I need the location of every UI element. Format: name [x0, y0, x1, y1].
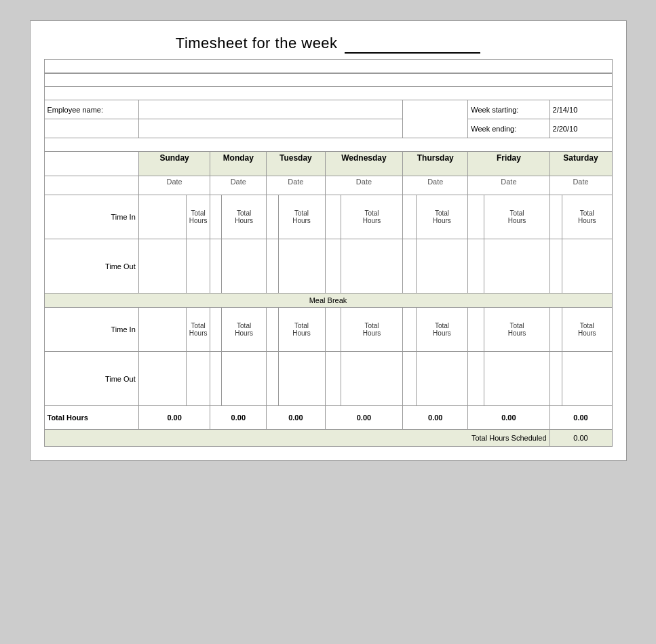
- wednesday-timeout-2[interactable]: [325, 352, 341, 406]
- monday-timein-1[interactable]: [210, 195, 222, 239]
- sunday-date: Date: [138, 176, 210, 195]
- timesheet-page: Timesheet for the week Employee name: We…: [30, 20, 627, 461]
- friday-timein-2[interactable]: [468, 308, 484, 352]
- saturday-date: Date: [549, 176, 612, 195]
- tuesday-total: 0.00: [267, 406, 325, 430]
- total-hours-label: Total Hours: [44, 406, 138, 430]
- sunday-header: Sunday: [138, 152, 210, 176]
- timesheet-table: Employee name: Week starting: 2/14/10 We…: [44, 59, 613, 447]
- wednesday-date: Date: [325, 176, 403, 195]
- employee-blank-row: Week ending: 2/20/10: [44, 119, 612, 138]
- time-in-row-1: Time In TotalHours TotalHours TotalHours…: [44, 195, 612, 239]
- scheduled-label: Total Hours Scheduled: [44, 430, 549, 447]
- wednesday-header: Wednesday: [325, 152, 403, 176]
- tuesday-date: Date: [267, 176, 325, 195]
- blank-row-1: [44, 60, 612, 73]
- employee-value[interactable]: [138, 100, 403, 119]
- time-in-label-2: Time In: [44, 308, 138, 352]
- friday-header: Friday: [468, 152, 549, 176]
- wednesday-totalhours-2: TotalHours: [341, 308, 403, 352]
- monday-date: Date: [210, 176, 267, 195]
- wednesday-timein-1[interactable]: [325, 195, 341, 239]
- saturday-totalhours-1: TotalHours: [562, 195, 612, 239]
- monday-totalhours-2: TotalHours: [222, 308, 267, 352]
- day-headers-row: Sunday Monday Tuesday Wednesday Thursday…: [44, 152, 612, 176]
- title-text: Timesheet for the week: [176, 35, 338, 52]
- friday-timeout-1[interactable]: [468, 239, 484, 294]
- time-out-label-1: Time Out: [44, 239, 138, 294]
- week-ending-label: Week ending:: [468, 119, 549, 138]
- total-hours-row: Total Hours 0.00 0.00 0.00 0.00 0.00 0.0…: [44, 406, 612, 430]
- sunday-total: 0.00: [138, 406, 210, 430]
- blank-row-3: [44, 87, 612, 100]
- thursday-timein-2[interactable]: [403, 308, 416, 352]
- monday-totalhours-1: TotalHours: [222, 195, 267, 239]
- employee-name-row: Employee name: Week starting: 2/14/10: [44, 100, 612, 119]
- saturday-timeout-1[interactable]: [549, 239, 562, 294]
- meal-break-row: Meal Break: [44, 294, 612, 308]
- week-ending-value: 2/20/10: [549, 119, 612, 138]
- friday-totalhours-2: TotalHours: [484, 308, 549, 352]
- tuesday-totalhours-1: TotalHours: [278, 195, 325, 239]
- monday-timeout-2[interactable]: [210, 352, 222, 406]
- scheduled-value: 0.00: [549, 430, 612, 447]
- wednesday-totalhours-1: TotalHours: [341, 195, 403, 239]
- week-starting-value: 2/14/10: [549, 100, 612, 119]
- sunday-timeout-2[interactable]: [138, 352, 186, 406]
- saturday-total: 0.00: [549, 406, 612, 430]
- friday-timein-1[interactable]: [468, 195, 484, 239]
- sunday-timein-1[interactable]: [138, 195, 186, 239]
- monday-header: Monday: [210, 152, 267, 176]
- thursday-totalhours-2: TotalHours: [416, 308, 468, 352]
- monday-timein-2[interactable]: [210, 308, 222, 352]
- blank-row-2: [44, 73, 612, 87]
- sunday-totalhours-1: TotalHours: [186, 195, 210, 239]
- friday-total: 0.00: [468, 406, 549, 430]
- wednesday-total: 0.00: [325, 406, 403, 430]
- saturday-timein-2[interactable]: [549, 308, 562, 352]
- blank-row-4: [44, 138, 612, 152]
- thursday-timeout-2[interactable]: [403, 352, 416, 406]
- sunday-timein-2[interactable]: [138, 308, 186, 352]
- wednesday-timein-2[interactable]: [325, 308, 341, 352]
- title-section: Timesheet for the week: [44, 35, 613, 54]
- tuesday-timein-2[interactable]: [267, 308, 278, 352]
- time-out-row-2: Time Out: [44, 352, 612, 406]
- friday-date: Date: [468, 176, 549, 195]
- time-out-label-2: Time Out: [44, 352, 138, 406]
- meal-break-label: Meal Break: [44, 294, 612, 308]
- sunday-totalhours-2: TotalHours: [186, 308, 210, 352]
- tuesday-timein-1[interactable]: [267, 195, 278, 239]
- thursday-header: Thursday: [403, 152, 468, 176]
- time-in-row-2: Time In TotalHours TotalHours TotalHours…: [44, 308, 612, 352]
- thursday-timein-1[interactable]: [403, 195, 416, 239]
- thursday-total: 0.00: [403, 406, 468, 430]
- thursday-timeout-1[interactable]: [403, 239, 416, 294]
- title-underline: [345, 35, 480, 54]
- scheduled-row: Total Hours Scheduled 0.00: [44, 430, 612, 447]
- friday-totalhours-1: TotalHours: [484, 195, 549, 239]
- thursday-totalhours-1: TotalHours: [416, 195, 468, 239]
- date-row: Date Date Date Date Date Date Date: [44, 176, 612, 195]
- monday-total: 0.00: [210, 406, 267, 430]
- saturday-header: Saturday: [549, 152, 612, 176]
- saturday-totalhours-2: TotalHours: [562, 308, 612, 352]
- tuesday-timeout-2[interactable]: [267, 352, 278, 406]
- page-title: Timesheet for the week: [44, 35, 613, 54]
- saturday-timein-1[interactable]: [549, 195, 562, 239]
- time-in-label-1: Time In: [44, 195, 138, 239]
- employee-label: Employee name:: [44, 100, 138, 119]
- monday-timeout-1[interactable]: [210, 239, 222, 294]
- saturday-timeout-2[interactable]: [549, 352, 562, 406]
- sunday-timeout-1[interactable]: [138, 239, 186, 294]
- week-starting-label: Week starting:: [468, 100, 549, 119]
- spacer: [403, 100, 468, 119]
- tuesday-totalhours-2: TotalHours: [278, 308, 325, 352]
- tuesday-header: Tuesday: [267, 152, 325, 176]
- tuesday-timeout-1[interactable]: [267, 239, 278, 294]
- wednesday-timeout-1[interactable]: [325, 239, 341, 294]
- thursday-date: Date: [403, 176, 468, 195]
- time-out-row-1: Time Out: [44, 239, 612, 294]
- friday-timeout-2[interactable]: [468, 352, 484, 406]
